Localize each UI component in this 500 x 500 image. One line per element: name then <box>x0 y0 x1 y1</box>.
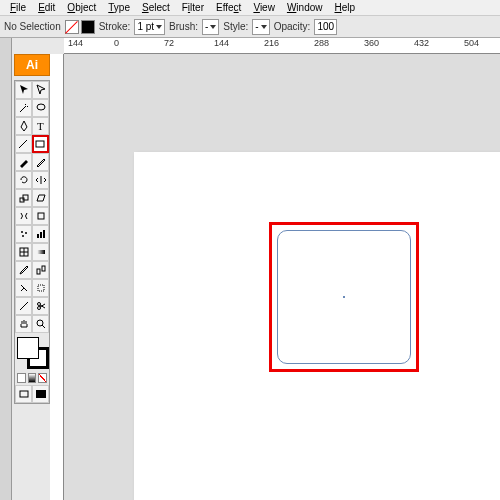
selection-status: No Selection <box>4 21 61 32</box>
svg-line-23 <box>42 325 45 328</box>
ruler-tick: 72 <box>164 38 174 48</box>
chevron-down-icon <box>156 25 162 29</box>
selection-tool[interactable] <box>15 81 32 99</box>
panel-dock-strip[interactable] <box>0 38 12 500</box>
graph-tool[interactable] <box>32 225 49 243</box>
svg-rect-17 <box>37 269 40 274</box>
opacity-input[interactable]: 100 <box>314 19 337 35</box>
menu-object[interactable]: Object <box>61 2 102 13</box>
screen-mode-full[interactable] <box>32 385 49 403</box>
slice-tool[interactable] <box>15 297 32 315</box>
svg-rect-3 <box>36 141 44 147</box>
ruler-tick: 432 <box>414 38 429 48</box>
rectangle-tool[interactable] <box>32 135 49 153</box>
app-badge: Ai <box>14 54 50 76</box>
svg-rect-16 <box>37 250 45 254</box>
gradient-mode-icon[interactable] <box>28 373 37 383</box>
none-mode-icon[interactable] <box>38 373 47 383</box>
rotate-tool[interactable] <box>15 171 32 189</box>
ruler-tick: 144 <box>214 38 229 48</box>
menu-edit[interactable]: Edit <box>32 2 61 13</box>
brush-select[interactable]: - <box>202 19 219 35</box>
hand-tool[interactable] <box>15 315 32 333</box>
ruler-tick: 144 <box>68 38 83 48</box>
svg-rect-18 <box>42 266 45 271</box>
ruler-tick: 216 <box>264 38 279 48</box>
style-select[interactable]: - <box>252 19 269 35</box>
svg-rect-24 <box>20 391 28 397</box>
shear-tool[interactable] <box>32 189 49 207</box>
live-paint-tool[interactable] <box>15 279 32 297</box>
opacity-label: Opacity: <box>274 21 311 32</box>
svg-point-0 <box>37 104 45 110</box>
blend-tool[interactable] <box>32 261 49 279</box>
ruler-tick: 288 <box>314 38 329 48</box>
lasso-tool[interactable] <box>32 99 49 117</box>
ruler-tick: 360 <box>364 38 379 48</box>
menu-window[interactable]: Window <box>281 2 329 13</box>
menu-effect[interactable]: Effect <box>210 2 247 13</box>
gradient-tool[interactable] <box>32 243 49 261</box>
svg-rect-6 <box>38 213 44 219</box>
menu-view[interactable]: View <box>247 2 281 13</box>
pen-tool[interactable] <box>15 117 32 135</box>
svg-rect-11 <box>40 232 42 238</box>
chevron-down-icon <box>261 25 267 29</box>
canvas-area[interactable] <box>64 54 500 500</box>
svg-rect-25 <box>36 390 46 398</box>
svg-line-2 <box>19 140 27 148</box>
style-label: Style: <box>223 21 248 32</box>
live-paint-selection-tool[interactable] <box>32 279 49 297</box>
svg-rect-10 <box>37 234 39 238</box>
menu-type[interactable]: Type <box>102 2 136 13</box>
scissors-tool[interactable] <box>32 297 49 315</box>
reflect-tool[interactable] <box>32 171 49 189</box>
ruler-tick: 0 <box>114 38 119 48</box>
menu-select[interactable]: Select <box>136 2 176 13</box>
svg-rect-12 <box>43 230 45 238</box>
color-mode-icon[interactable] <box>17 373 26 383</box>
stroke-swatch-icon[interactable] <box>81 20 95 34</box>
stroke-weight-select[interactable]: 1 pt <box>134 19 165 35</box>
screen-mode-normal[interactable] <box>15 385 32 403</box>
fill-swatch-large[interactable] <box>17 337 39 359</box>
menu-file[interactable]: FFileile <box>4 2 32 13</box>
line-tool[interactable] <box>15 135 32 153</box>
direct-selection-tool[interactable] <box>32 81 49 99</box>
fill-swatch-icon[interactable] <box>65 20 79 34</box>
free-transform-tool[interactable] <box>32 207 49 225</box>
mesh-tool[interactable] <box>15 243 32 261</box>
paintbrush-tool[interactable] <box>15 153 32 171</box>
magic-wand-tool[interactable] <box>15 99 32 117</box>
stroke-label: Stroke: <box>99 21 131 32</box>
menubar: FFileile Edit Object Type Select Filter … <box>0 0 500 16</box>
menu-filter[interactable]: Filter <box>176 2 210 13</box>
svg-point-8 <box>25 232 27 234</box>
shape-center-point <box>343 296 345 298</box>
zoom-tool[interactable] <box>32 315 49 333</box>
svg-point-9 <box>22 235 24 237</box>
toolbox: T <box>14 80 50 404</box>
svg-point-7 <box>21 231 23 233</box>
eyedropper-tool[interactable] <box>15 261 32 279</box>
pencil-tool[interactable] <box>32 153 49 171</box>
svg-text:T: T <box>37 120 44 132</box>
svg-rect-19 <box>38 285 44 291</box>
chevron-down-icon <box>210 25 216 29</box>
type-tool[interactable]: T <box>32 117 49 135</box>
symbol-sprayer-tool[interactable] <box>15 225 32 243</box>
options-bar: No Selection Stroke: 1 pt Brush: - Style… <box>0 16 500 38</box>
fill-stroke-control[interactable] <box>15 335 51 371</box>
fill-stroke-swatches[interactable] <box>65 20 95 34</box>
ruler-horizontal[interactable]: 144 0 72 144 216 288 360 432 504 <box>64 38 500 54</box>
ruler-vertical[interactable] <box>50 54 64 500</box>
menu-help[interactable]: Help <box>329 2 362 13</box>
ruler-tick: 504 <box>464 38 479 48</box>
brush-label: Brush: <box>169 21 198 32</box>
warp-tool[interactable] <box>15 207 32 225</box>
color-mode-buttons <box>15 371 49 385</box>
scale-tool[interactable] <box>15 189 32 207</box>
